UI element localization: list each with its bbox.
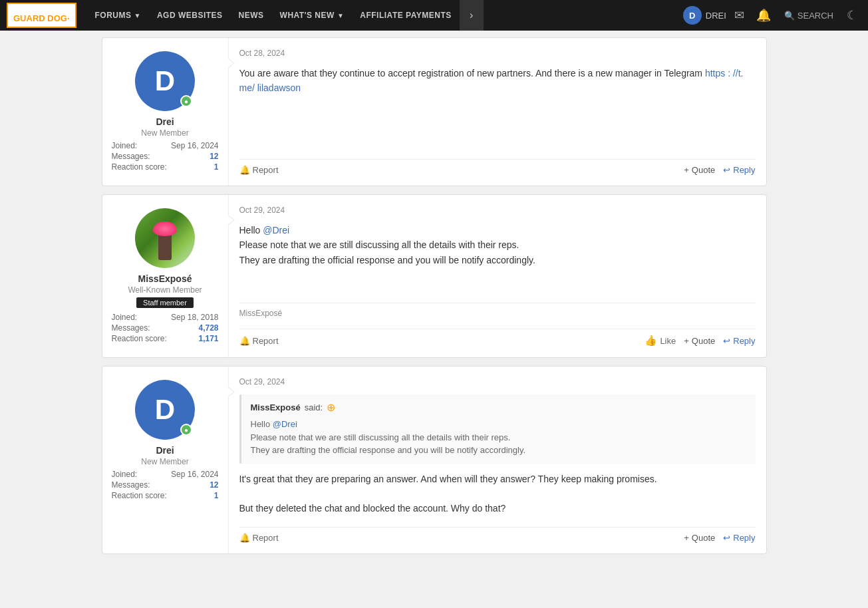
nav-news-label: NEWS	[239, 11, 264, 20]
reply-label-2: Reply	[733, 336, 755, 346]
quote-plus-icon-2: +	[684, 336, 689, 346]
quote-button-2[interactable]: + Quote	[684, 336, 715, 346]
page-content: D ● Drei New Member Joined: Sep 16, 2024…	[102, 31, 767, 569]
reply-label-3: Reply	[733, 533, 755, 543]
like-label-2: Like	[660, 336, 676, 346]
avatar-1[interactable]: D ●	[135, 51, 195, 111]
mention-drei-2[interactable]: @Drei	[263, 225, 289, 235]
quote-author-name-3: MissExposé	[251, 402, 301, 412]
messages-label-1: Messages:	[112, 152, 150, 161]
post-body-3: Oct 29, 2024 MissExposé said: ⊕ Hello @D…	[229, 367, 766, 553]
nav-news[interactable]: NEWS	[231, 0, 272, 31]
search-icon: 🔍	[784, 11, 795, 21]
notifications-icon[interactable]: 🔔	[752, 8, 775, 23]
messages-label-3: Messages:	[112, 480, 150, 490]
staff-badge-2: Staff member	[136, 297, 194, 308]
messages-icon[interactable]: ✉	[730, 8, 748, 23]
post-footer-3: 🔔 Report + Quote ↩ Reply	[239, 527, 756, 543]
user-role-1: New Member	[141, 128, 188, 138]
joined-val-2: Sep 18, 2018	[171, 313, 218, 322]
reply-button-1[interactable]: ↩ Reply	[723, 165, 755, 175]
user-meta-1: Joined: Sep 16, 2024 Messages: 12 Reacti…	[109, 140, 221, 172]
joined-val-3: Sep 16, 2024	[171, 470, 218, 479]
search-button[interactable]: 🔍 SEARCH	[779, 11, 839, 21]
quote-mention-drei[interactable]: @Drei	[273, 419, 297, 429]
messages-val-3: 12	[210, 480, 218, 490]
report-icon-3: 🔔	[239, 533, 250, 543]
post-sig-2: MissExposé	[239, 303, 756, 318]
telegram-link[interactable]: https : //t. me/ liladawson	[239, 68, 744, 93]
nav-whats-new-label: WHAT'S NEW	[280, 11, 335, 20]
online-indicator-1: ●	[180, 95, 192, 107]
user-role-3: New Member	[141, 457, 188, 466]
like-icon-2: 👍	[645, 335, 657, 347]
user-meta-3: Joined: Sep 16, 2024 Messages: 12 Reacti…	[109, 469, 221, 501]
quote-expand-icon-3[interactable]: ⊕	[327, 401, 335, 414]
quote-said-text-3: said:	[305, 402, 323, 412]
quote-button-1[interactable]: + Quote	[684, 165, 715, 175]
nav-affiliate-payments[interactable]: AFFILIATE PAYMENTS	[352, 0, 459, 31]
reply-icon-1: ↩	[723, 165, 730, 175]
forums-dropdown-icon: ▼	[134, 12, 141, 19]
avatar-initial-1: D	[155, 65, 175, 97]
avatar-3[interactable]: D ●	[135, 380, 195, 440]
post-text-3: It's great that they are preparing an an…	[239, 472, 756, 516]
username-3[interactable]: Drei	[156, 445, 174, 456]
report-button-3[interactable]: 🔔 Report	[239, 533, 279, 543]
post-sidebar-2: MissExposé Well-Known Member Staff membe…	[102, 195, 229, 357]
joined-label-3: Joined:	[112, 470, 138, 479]
post-body-1: Oct 28, 2024 You are aware that they con…	[229, 38, 766, 186]
post-card-1: D ● Drei New Member Joined: Sep 16, 2024…	[102, 37, 767, 186]
quote-plus-icon-3: +	[684, 533, 689, 543]
post-sidebar-1: D ● Drei New Member Joined: Sep 16, 2024…	[102, 38, 229, 186]
reply-button-3[interactable]: ↩ Reply	[723, 533, 755, 543]
nav-more-button[interactable]: ›	[460, 0, 484, 31]
site-logo[interactable]: AFFILIATE GUARD DOG·	[7, 3, 76, 27]
sig-name-2: MissExposé	[239, 309, 283, 318]
username-1[interactable]: Drei	[156, 116, 174, 127]
quote-block-3: MissExposé said: ⊕ Hello @Drei Please no…	[239, 394, 756, 464]
post-card-3: D ● Drei New Member Joined: Sep 16, 2024…	[102, 366, 767, 554]
post-text-1: You are aware that they continue to acce…	[239, 66, 756, 148]
reaction-val-3: 1	[214, 491, 219, 500]
post-card-2: MissExposé Well-Known Member Staff membe…	[102, 194, 767, 358]
nav-whats-new[interactable]: WHAT'S NEW ▼	[272, 0, 353, 31]
quote-button-3[interactable]: + Quote	[684, 533, 715, 543]
report-button-2[interactable]: 🔔 Report	[239, 336, 279, 346]
like-button-2[interactable]: 👍 Like	[645, 335, 676, 347]
navbar: AFFILIATE GUARD DOG· FORUMS ▼ AGD WEBSIT…	[0, 0, 868, 31]
quote-label-2: Quote	[692, 336, 715, 346]
reply-button-2[interactable]: ↩ Reply	[723, 336, 755, 346]
post-date-1: Oct 28, 2024	[239, 49, 756, 58]
joined-val-1: Sep 16, 2024	[171, 141, 218, 150]
quote-label-1: Quote	[692, 165, 715, 175]
logo-line1: AFFILIATE	[13, 7, 70, 14]
theme-toggle-icon[interactable]: ☾	[843, 8, 861, 23]
report-icon-2: 🔔	[239, 336, 250, 346]
messages-label-2: Messages:	[112, 323, 150, 333]
reaction-val-2: 1,171	[198, 334, 218, 343]
quote-label-3: Quote	[692, 533, 715, 543]
report-button-1[interactable]: 🔔 Report	[239, 165, 279, 175]
avatar-photo-2[interactable]	[135, 208, 195, 268]
nav-agd-label: AGD WEBSITES	[157, 11, 223, 20]
reaction-label-1: Reaction score:	[112, 162, 167, 172]
reaction-val-1: 1	[214, 162, 219, 172]
post-date-3: Oct 29, 2024	[239, 377, 756, 386]
nav-forums[interactable]: FORUMS ▼	[87, 0, 149, 31]
user-role-2: Well-Known Member	[128, 285, 202, 295]
online-indicator-3: ●	[180, 424, 192, 436]
reply-icon-2: ↩	[723, 336, 730, 346]
quote-text-3: Hello @Drei Please note that we are stil…	[251, 418, 746, 457]
username-2[interactable]: MissExposé	[138, 273, 192, 284]
nav-affiliate-payments-label: AFFILIATE PAYMENTS	[360, 11, 451, 20]
post-footer-2: 🔔 Report 👍 Like + Quote ↩ Repl	[239, 329, 756, 347]
post-sidebar-3: D ● Drei New Member Joined: Sep 16, 2024…	[102, 367, 229, 553]
nav-agd-websites[interactable]: AGD WEBSITES	[149, 0, 231, 31]
nav-username[interactable]: DREI	[706, 11, 726, 21]
user-avatar-icon[interactable]: D	[683, 6, 702, 25]
report-label-3: Report	[253, 533, 279, 543]
joined-label-2: Joined:	[112, 313, 138, 322]
reply-icon-3: ↩	[723, 533, 730, 543]
joined-label-1: Joined:	[112, 141, 138, 150]
